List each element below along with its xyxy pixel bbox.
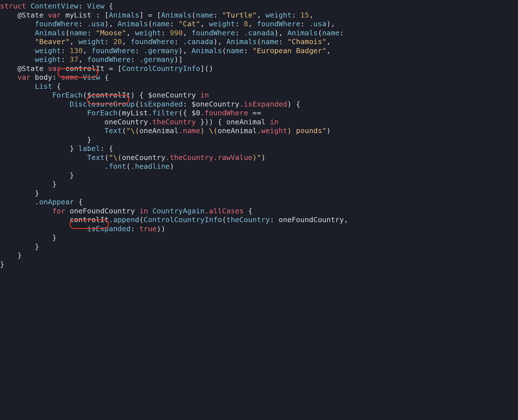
code-token: ) <box>200 126 204 135</box>
code-token: Text <box>87 153 105 162</box>
code-token: .usa <box>87 20 105 28</box>
code-token <box>0 37 35 46</box>
code-token: ControlCountryInfo <box>122 64 200 73</box>
code-token: ( <box>222 215 226 224</box>
code-line[interactable]: Animals(name: "Moose", weight: 990, foun… <box>0 29 344 37</box>
code-token: Animals <box>287 29 318 37</box>
code-token: ForEach <box>87 109 117 117</box>
code-line[interactable]: @State var myList : [Animals] = [Animals… <box>0 11 314 19</box>
code-token: : <box>61 46 70 55</box>
code-line[interactable]: } <box>0 189 39 197</box>
code-token: } <box>0 260 4 269</box>
code-token: ( <box>257 37 261 46</box>
code-editor[interactable]: struct ContentView: View { @State var my… <box>0 0 518 269</box>
code-token: : <box>130 224 139 233</box>
code-line[interactable]: List { <box>0 82 61 90</box>
code-line[interactable]: weight: 37, foundWhere: .germany)] <box>0 55 183 64</box>
code-token: name <box>70 29 87 37</box>
code-token: in <box>270 118 278 126</box>
code-line[interactable]: } <box>0 233 56 242</box>
code-token: foundWhere <box>257 20 300 28</box>
code-line[interactable]: .font(.headline) <box>0 162 174 170</box>
code-token: : <box>213 11 222 19</box>
code-token: 990 <box>170 29 183 37</box>
code-token: )] <box>174 55 183 64</box>
code-line[interactable]: ForEach(myList.filter({ $0.foundWhere == <box>0 109 261 117</box>
code-line[interactable]: } <box>0 242 39 251</box>
code-line[interactable]: oneCountry.theCountry })) { oneAnimal in <box>0 118 278 126</box>
code-line[interactable]: "Beaver", weight: 20, foundWhere: .canad… <box>0 37 331 46</box>
code-token: { <box>52 82 61 90</box>
code-token: ( <box>191 11 196 19</box>
code-token <box>0 11 18 19</box>
code-token: "Turtle" <box>222 11 257 19</box>
code-token <box>0 153 87 162</box>
code-line[interactable]: } <box>0 260 4 269</box>
code-line[interactable]: DisclosureGroup(isExpanded: $oneCountry.… <box>0 100 300 108</box>
code-line[interactable]: } <box>0 180 56 188</box>
code-token: List <box>35 82 52 90</box>
code-line[interactable]: controlIt.append(ControlCountryInfo(theC… <box>0 215 348 224</box>
code-line[interactable]: for oneFoundCountry in CountryAgain.allC… <box>0 207 253 215</box>
code-token: ( <box>126 162 130 170</box>
code-line[interactable]: weight: 130, foundWhere: .germany), Anim… <box>0 46 331 55</box>
code-token: : <box>61 55 70 64</box>
code-token: $oneCountry <box>191 100 240 108</box>
code-token: } <box>0 189 39 197</box>
code-token: $controlIt <box>87 91 130 99</box>
code-token <box>0 73 18 81</box>
code-token: } <box>0 135 92 144</box>
code-token: theCountry <box>226 215 270 224</box>
code-token <box>0 55 35 64</box>
code-line[interactable]: @State var controlIt = [ControlCountryIn… <box>0 64 213 73</box>
code-token: { <box>105 2 113 10</box>
code-token <box>0 29 35 37</box>
code-token: \( <box>209 126 218 135</box>
code-token: struct <box>0 2 26 10</box>
code-line[interactable]: } <box>0 171 74 179</box>
code-token: ( <box>139 215 143 224</box>
code-token: ( <box>117 109 122 117</box>
code-token: ( <box>222 46 226 55</box>
code-token: : <box>170 20 179 28</box>
code-token <box>61 64 65 73</box>
code-token: name <box>261 37 279 46</box>
code-token: var <box>48 11 61 19</box>
code-token: 37 <box>70 55 79 64</box>
code-token: ] = [ <box>139 11 161 19</box>
code-line[interactable]: Text("\(oneAnimal.name) \(oneAnimal.weig… <box>0 126 331 135</box>
code-line[interactable]: Text("\(oneCountry.theCountry.rawValue)"… <box>0 153 265 162</box>
code-line[interactable]: } <box>0 251 22 259</box>
code-token: , <box>183 29 191 37</box>
code-token: @State <box>18 64 43 73</box>
code-token: pounds" <box>292 126 327 135</box>
code-token: ( <box>122 126 126 135</box>
code-token: oneAnimal <box>226 118 265 126</box>
code-token: , <box>327 37 331 46</box>
code-line[interactable]: .onAppear { <box>0 198 83 206</box>
code-token <box>0 215 70 224</box>
code-line[interactable]: struct ContentView: View { <box>0 2 113 10</box>
code-token: )) <box>157 224 166 233</box>
code-token: ), <box>327 20 335 28</box>
code-token: name <box>196 11 213 19</box>
code-token: , <box>344 215 348 224</box>
code-line[interactable]: } label: { <box>0 144 113 153</box>
code-token: : <box>183 100 191 108</box>
code-line[interactable]: var body: some View { <box>0 73 109 81</box>
code-token: ), <box>274 29 287 37</box>
code-token: , <box>78 55 87 64</box>
code-token <box>26 2 30 10</box>
code-token: : <box>135 46 144 55</box>
code-token: ({ <box>179 109 191 117</box>
code-token: var <box>18 73 31 81</box>
code-line[interactable]: ForEach($controlIt) { $oneCountry in <box>0 91 209 99</box>
code-token: var <box>48 64 61 73</box>
code-line[interactable]: foundWhere: .usa), Animals(name: "Cat", … <box>0 20 335 28</box>
code-token: .canada <box>244 29 274 37</box>
code-token: })) { <box>196 118 226 126</box>
code-line[interactable]: } <box>0 135 92 144</box>
code-line[interactable]: isExpanded: true)) <box>0 224 166 233</box>
code-token: myList <box>65 11 91 19</box>
code-token: oneCountry <box>105 118 148 126</box>
